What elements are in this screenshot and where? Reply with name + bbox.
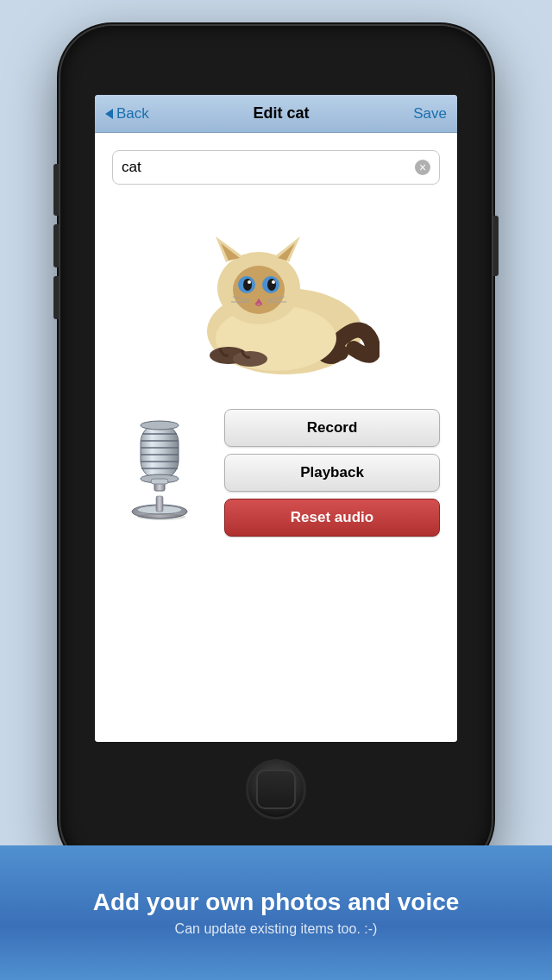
cat-image <box>172 210 380 383</box>
banner-subtitle: Can update existing items too. :-) <box>175 921 378 937</box>
svg-point-11 <box>267 279 276 291</box>
bottom-banner: Add your own photos and voice Can update… <box>0 845 552 980</box>
svg-point-10 <box>243 279 252 291</box>
home-button[interactable] <box>246 759 306 820</box>
back-label: Back <box>116 105 149 122</box>
svg-rect-34 <box>156 496 163 512</box>
clear-input-button[interactable] <box>415 160 430 175</box>
audio-buttons-column: Record Playback Reset audio <box>224 409 440 537</box>
svg-rect-21 <box>141 424 179 480</box>
name-input-text: cat <box>122 159 415 176</box>
microphone-icon <box>116 417 203 529</box>
screen: Back Edit cat Save cat <box>95 95 457 742</box>
volume-up-button[interactable] <box>53 224 59 267</box>
svg-rect-31 <box>151 479 168 484</box>
page-title: Edit cat <box>254 104 310 122</box>
chevron-left-icon <box>105 109 113 119</box>
svg-point-28 <box>141 421 179 430</box>
svg-point-13 <box>272 280 275 284</box>
home-button-inner <box>256 770 296 809</box>
svg-point-35 <box>137 513 185 520</box>
content-area: cat <box>95 133 457 742</box>
banner-title: Add your own photos and voice <box>93 889 460 916</box>
controls-row: Record Playback Reset audio <box>112 409 440 537</box>
name-input-field[interactable]: cat <box>112 150 440 185</box>
playback-button[interactable]: Playback <box>224 454 440 492</box>
power-button[interactable] <box>493 216 499 276</box>
svg-point-20 <box>233 351 267 367</box>
navigation-bar: Back Edit cat Save <box>95 95 457 133</box>
microphone-area <box>112 412 207 533</box>
save-button[interactable]: Save <box>413 105 447 122</box>
volume-down-button[interactable] <box>53 276 59 319</box>
cat-image-area <box>155 202 397 392</box>
back-button[interactable]: Back <box>105 105 149 122</box>
reset-audio-button[interactable]: Reset audio <box>224 499 440 537</box>
svg-point-12 <box>248 280 251 284</box>
phone-shell: Back Edit cat Save cat <box>60 26 492 871</box>
record-button[interactable]: Record <box>224 409 440 447</box>
